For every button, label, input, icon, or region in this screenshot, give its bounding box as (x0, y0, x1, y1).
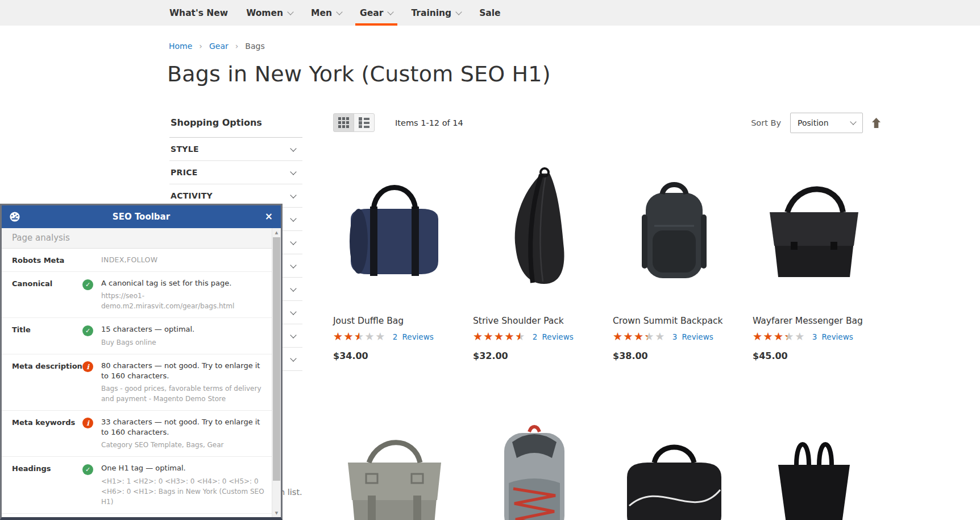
chevron-down-icon (290, 238, 296, 245)
product-rating: ★★★★★ ★★★★★ 2 Reviews (333, 331, 455, 342)
chevron-down-icon (290, 262, 296, 268)
nav-item-men[interactable]: Men (302, 0, 351, 26)
scrollbar-thumb[interactable] (273, 237, 280, 481)
seo-row-subtext: Bags - good prices, favorable terms of d… (101, 383, 266, 404)
reviews-link[interactable]: 3 Reviews (672, 332, 713, 341)
product-image-link[interactable] (613, 410, 735, 520)
filter-price[interactable]: PRICE (169, 161, 302, 184)
seo-row-label: Canonical (12, 278, 82, 311)
products-toolbar: Items 1-12 of 14 Sort By Position (333, 112, 881, 133)
success-check-icon: ✓ (82, 464, 93, 475)
product-image-link[interactable] (333, 163, 455, 310)
success-check-icon: ✓ (82, 325, 93, 336)
chevron-down-icon (456, 9, 462, 15)
product-price: $32.00 (473, 350, 595, 361)
warning-info-icon: i (82, 361, 93, 372)
product-grid: Joust Duffle Bag ★★★★★ ★★★★★ 2 Reviews $… (333, 163, 881, 520)
product-image-link[interactable] (753, 163, 875, 310)
nav-item-sale[interactable]: Sale (470, 0, 509, 26)
seo-row-robots-meta: Robots MetaINDEX,FOLLOW (2, 249, 272, 272)
product-name-link[interactable]: Wayfarer Messenger Bag (753, 316, 875, 326)
sort-ascending-icon (871, 117, 881, 129)
scroll-up-icon[interactable]: ▲ (272, 228, 281, 237)
product-image-link[interactable] (473, 410, 595, 520)
product-image-duffle-navy (335, 163, 454, 310)
chevron-down-icon (290, 308, 296, 315)
seo-row-label: Meta description (12, 361, 82, 404)
seo-row-rich-snippets: Rich snippetsValidate (2, 514, 272, 518)
product-image-messenger-gray (335, 410, 454, 520)
product-image-duffle-black-wheeled (614, 410, 734, 520)
breadcrumb-link-home[interactable]: Home (169, 42, 192, 51)
shopping-options-heading: Shopping Options (169, 115, 302, 138)
reviews-link[interactable]: 2 Reviews (393, 332, 434, 341)
seo-row-text: A canonical tag is set for this page. (101, 279, 231, 287)
seo-row-text: One H1 tag — optimal. (101, 464, 186, 472)
chevron-down-icon (290, 215, 296, 221)
product-name-link[interactable]: Joust Duffle Bag (333, 316, 455, 326)
filter-style[interactable]: STYLE (169, 138, 302, 161)
product-card: Strive Shoulder Pack ★★★★★ ★★★★★ 2 Revie… (473, 163, 595, 361)
star-rating: ★★★★★ ★★★★★ (753, 331, 805, 342)
breadcrumb-link-gear[interactable]: Gear (209, 42, 229, 51)
sort-by-value: Position (798, 118, 851, 127)
breadcrumb: Home›Gear›Bags (169, 42, 265, 51)
reviews-link[interactable]: 2 Reviews (533, 332, 574, 341)
product-card: Joust Duffle Bag ★★★★★ ★★★★★ 2 Reviews $… (333, 163, 455, 361)
product-card (473, 410, 595, 520)
panel-scrollbar[interactable]: ▲ ▼ (272, 228, 281, 517)
seo-row-headings: Headings✓One H1 tag — optimal.<H1>: 1 <H… (2, 457, 272, 513)
reviews-link[interactable]: 3 Reviews (812, 332, 853, 341)
product-name-link[interactable]: Crown Summit Backpack (613, 316, 735, 326)
sort-by-select[interactable]: Position (790, 113, 863, 133)
nav-item-label: Men (311, 8, 332, 18)
chevron-down-icon (290, 145, 296, 151)
speedometer-icon (9, 211, 20, 225)
product-price: $34.00 (333, 350, 455, 361)
chevron-down-icon (290, 355, 296, 361)
filter-label: ACTIVITY (171, 191, 213, 200)
product-image-link[interactable] (753, 410, 875, 520)
grid-view-button[interactable] (333, 113, 354, 132)
seo-row-subtext: Category SEO Template, Bags, Gear (101, 440, 266, 450)
sort-direction-button[interactable] (871, 117, 881, 129)
wishlist-text-fragment: h list. (280, 488, 302, 497)
close-icon[interactable]: × (265, 210, 273, 222)
seo-toolbar-panel: SEO Toolbar × Page analysis Robots MetaI… (0, 204, 283, 520)
seo-row-meta-keywords: Meta keywordsi33 characters — not good. … (2, 411, 272, 457)
nav-item-label: Women (246, 8, 283, 18)
chevron-down-icon (336, 9, 342, 15)
seo-row-text: 80 characters — not good. Try to enlarge… (101, 361, 260, 380)
product-image-backpack-black (614, 163, 734, 310)
product-name-link[interactable]: Strive Shoulder Pack (473, 316, 595, 326)
product-price: $45.00 (753, 350, 875, 361)
product-card (753, 410, 875, 520)
warning-info-icon: i (82, 418, 93, 428)
seo-row-text: 33 characters — not good. Try to enlarge… (101, 418, 260, 436)
chevron-down-icon (290, 168, 296, 175)
nav-item-what-s-new[interactable]: What's New (160, 0, 237, 26)
breadcrumb-separator-icon: › (199, 42, 202, 51)
product-image-link[interactable] (613, 163, 735, 310)
nav-item-label: What's New (169, 8, 228, 18)
sort-by-label: Sort By (751, 118, 781, 127)
list-view-button[interactable] (354, 113, 375, 132)
scroll-down-icon[interactable]: ▼ (272, 509, 281, 517)
nav-item-women[interactable]: Women (237, 0, 302, 26)
product-image-messenger-black (754, 163, 874, 310)
breadcrumb-separator-icon: › (235, 42, 239, 51)
filter-label: STYLE (171, 145, 199, 154)
chevron-down-icon (290, 285, 296, 291)
chevron-down-icon (290, 332, 296, 338)
product-image-link[interactable] (473, 163, 595, 310)
seo-row-text: 15 characters — optimal. (101, 325, 194, 333)
seo-row-label: Headings (12, 463, 82, 506)
grid-view-icon (338, 117, 349, 128)
filter-label: PRICE (171, 168, 198, 177)
nav-item-training[interactable]: Training (402, 0, 470, 26)
chevron-down-icon (388, 9, 394, 15)
nav-item-gear[interactable]: Gear (351, 0, 402, 26)
product-rating: ★★★★★ ★★★★★ 2 Reviews (473, 331, 595, 342)
product-image-link[interactable] (333, 410, 455, 520)
product-image-tote-black (754, 410, 874, 520)
